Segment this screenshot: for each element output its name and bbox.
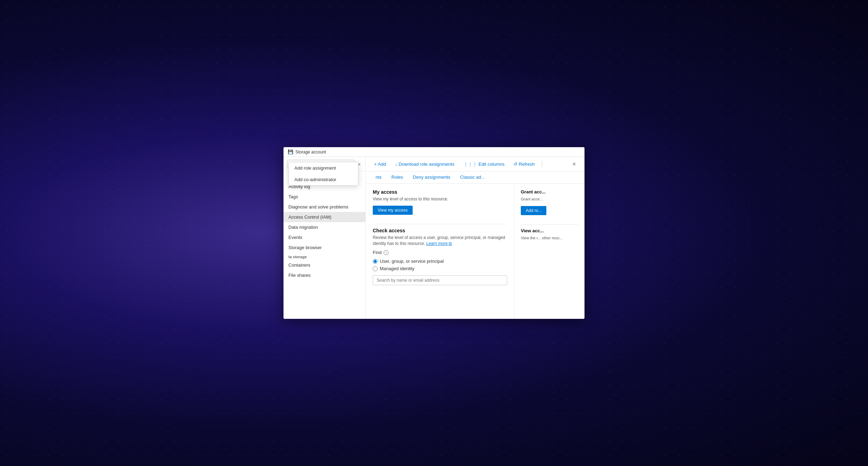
download-button[interactable]: ↓ Download role assignments (392, 160, 458, 169)
radio-managed-input[interactable] (373, 266, 378, 271)
add-button[interactable]: + Add (371, 160, 390, 169)
sidebar-item-iam[interactable]: Access Control (IAM) (284, 212, 365, 222)
main-area: « Overview Activity log Tags Diagnose an… (284, 157, 584, 319)
left-panel: My access View my level of access to thi… (366, 184, 514, 319)
check-access-desc: Review the level of access a user, group… (373, 235, 507, 247)
refresh-button[interactable]: ↺ Refresh (510, 160, 538, 169)
close-button[interactable]: ✕ (569, 160, 580, 169)
check-access-title: Check access (373, 228, 507, 233)
radio-group: User, group, or service principal Manage… (373, 259, 507, 271)
tab-deny-assignments[interactable]: Deny assignments (408, 172, 455, 183)
right-divider (521, 224, 578, 225)
content-area: + Add ↓ Download role assignments ⋮⋮⋮ Ed… (366, 157, 584, 319)
sidebar-item-diagnose[interactable]: Diagnose and solve problems (284, 202, 365, 212)
window-title: Storage account (295, 150, 326, 155)
sidebar-item-file-shares[interactable]: File shares (284, 270, 365, 280)
sidebar-section-label: ta storage (284, 253, 365, 260)
title-bar: 💾 Storage account (284, 147, 584, 157)
add-role-button[interactable]: Add ro... (521, 206, 546, 215)
sidebar-item-data-migration[interactable]: Data migration (284, 222, 365, 232)
section-divider (373, 224, 507, 224)
iam-content: My access View my level of access to thi… (366, 184, 584, 319)
search-name-email-input[interactable] (373, 275, 507, 285)
radio-managed-identity[interactable]: Managed identity (373, 266, 507, 271)
toolbar: + Add ↓ Download role assignments ⋮⋮⋮ Ed… (366, 157, 584, 172)
tab-classic-admin[interactable]: Classic ad... (455, 172, 490, 183)
find-row: Find i (373, 250, 507, 255)
radio-user-input[interactable] (373, 259, 378, 264)
tab-nts[interactable]: nts (371, 172, 386, 183)
grant-access-title: Grant acc... (521, 189, 578, 194)
view-my-access-button[interactable]: View my access (373, 206, 413, 215)
radio-user-group[interactable]: User, group, or service principal (373, 259, 507, 264)
sidebar-item-containers[interactable]: Containers (284, 260, 365, 270)
grant-access-desc: Grant acce... (521, 197, 578, 202)
my-access-desc: View my level of access to this resource… (373, 196, 507, 202)
learn-more-link[interactable]: Learn more ⧉ (426, 241, 452, 246)
storage-icon: 💾 (288, 149, 293, 155)
radio-user-label: User, group, or service principal (380, 259, 444, 264)
find-info-icon[interactable]: i (384, 250, 388, 255)
tabs-bar: nts Roles Deny assignments Classic ad... (366, 172, 584, 184)
azure-portal-window: 💾 Storage account « Overview Activity lo… (284, 147, 584, 319)
view-access-title: View acc... (521, 228, 578, 233)
sidebar-nav: Overview Activity log Tags Diagnose and … (284, 171, 365, 319)
sidebar-item-storage-browser[interactable]: Storage browser (284, 242, 365, 253)
view-access-desc: View the r... other reso... (521, 235, 578, 241)
find-label: Find (373, 250, 382, 255)
edit-columns-button[interactable]: ⋮⋮⋮ Edit columns (460, 160, 508, 169)
radio-managed-label: Managed identity (380, 266, 414, 271)
my-access-title: My access (373, 189, 507, 195)
toolbar-separator (542, 161, 542, 168)
sidebar-item-tags[interactable]: Tags (284, 192, 365, 202)
right-panel: Grant acc... Grant acce... Add ro... Vie… (514, 184, 584, 319)
sidebar-item-events[interactable]: Events (284, 232, 365, 242)
tab-roles[interactable]: Roles (386, 172, 408, 183)
